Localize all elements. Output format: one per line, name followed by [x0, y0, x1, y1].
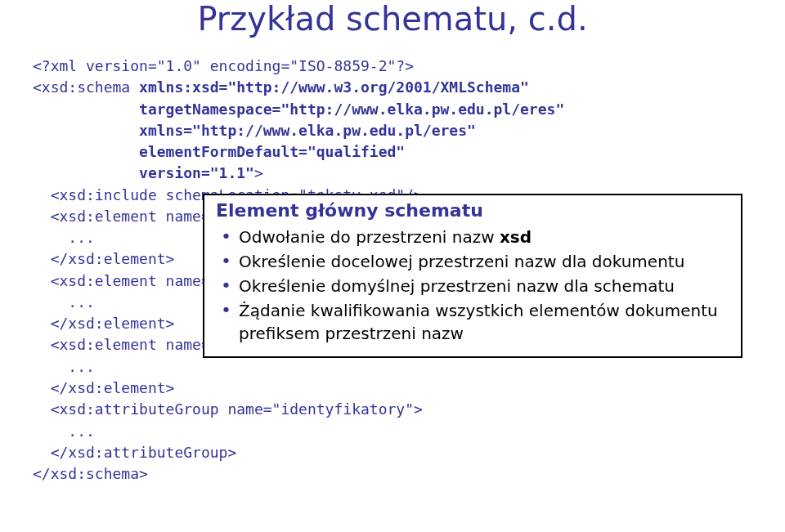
code-line: ... — [33, 229, 95, 246]
callout-box: Element główny schematu Odwołanie do prz… — [203, 194, 742, 358]
callout-item: Określenie domyślnej przestrzeni nazw dl… — [239, 275, 731, 297]
code-line: </xsd:element> — [33, 250, 174, 267]
code-line: </xsd:attributeGroup> — [33, 444, 236, 461]
code-line: targetNamespace="http://www.elka.pw.edu.… — [33, 101, 564, 118]
code-line: ... — [33, 422, 95, 440]
callout-list: Odwołanie do przestrzeni nazw xsd Określ… — [214, 226, 731, 345]
code-line: </xsd:schema> — [33, 465, 148, 482]
code-line: > — [254, 164, 263, 181]
code-line: <xsd:schema — [33, 78, 139, 96]
slide-title: Przykład schematu, c.d. — [0, 0, 785, 38]
code-line: elementFormDefault="qualified" — [33, 143, 405, 160]
code-line: </xsd:element> — [33, 379, 174, 396]
callout-title: Element główny schematu — [216, 200, 731, 221]
callout-item: Określenie docelowej przestrzeni nazw dl… — [239, 250, 731, 273]
callout-item: Odwołanie do przestrzeni nazw xsd — [239, 226, 731, 248]
code-line: version="1.1" — [33, 164, 254, 181]
code-line: <?xml version="1.0" encoding="ISO-8859-2… — [33, 57, 414, 74]
callout-text: Określenie domyślnej przestrzeni nazw dl… — [239, 276, 675, 296]
code-line: xmlns:xsd="http://www.w3.org/2001/XMLSch… — [139, 78, 529, 96]
code-line: ... — [33, 293, 95, 311]
callout-keyword: xsd — [500, 227, 532, 247]
code-line: xmlns="http://www.elka.pw.edu.pl/eres" — [33, 122, 476, 139]
callout-item: Żądanie kwalifikowania wszystkich elemen… — [239, 299, 731, 345]
page: Przykład schematu, c.d. <?xml version="1… — [0, 0, 785, 532]
code-line: <xsd:attributeGroup name="identyfikatory… — [33, 400, 423, 418]
callout-text: Odwołanie do przestrzeni nazw — [239, 227, 500, 247]
code-line: ... — [33, 358, 95, 375]
callout-text: Określenie docelowej przestrzeni nazw dl… — [239, 252, 684, 271]
callout-text: Żądanie kwalifikowania wszystkich elemen… — [239, 301, 718, 343]
code-line: </xsd:element> — [33, 315, 174, 332]
